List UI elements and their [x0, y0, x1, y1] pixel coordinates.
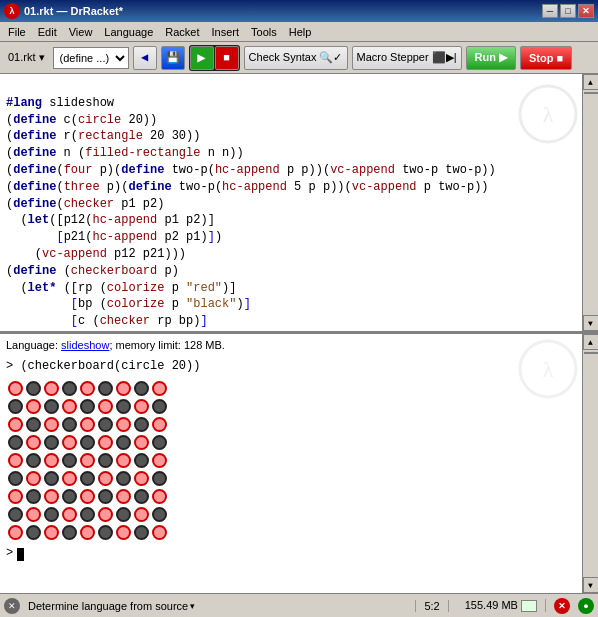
check-syntax-button[interactable]: Check Syntax 🔍✓ — [244, 46, 348, 70]
checkerboard-cell — [6, 415, 24, 433]
file-tab[interactable]: 01.rkt ▾ — [4, 49, 49, 66]
menu-view[interactable]: View — [63, 24, 99, 40]
checkerboard-cell — [42, 415, 60, 433]
checkerboard-cell — [114, 433, 132, 451]
menu-bar: File Edit View Language Racket Insert To… — [0, 22, 598, 42]
minimize-button[interactable]: ─ — [542, 4, 558, 18]
menu-edit[interactable]: Edit — [32, 24, 63, 40]
checkerboard-output — [6, 379, 592, 541]
repl-scroll-thumb[interactable] — [584, 352, 598, 354]
stop-small-button[interactable]: ■ — [215, 46, 239, 70]
checkerboard-cell — [78, 415, 96, 433]
repl-scroll-down[interactable]: ▼ — [583, 577, 599, 593]
checkerboard-cell — [78, 379, 96, 397]
save-button[interactable]: 💾 — [161, 46, 185, 70]
checkerboard-cell — [42, 433, 60, 451]
close-button[interactable]: ✕ — [578, 4, 594, 18]
checkerboard-cell — [24, 505, 42, 523]
checkerboard-cell — [78, 487, 96, 505]
checkerboard-cell — [78, 451, 96, 469]
scroll-up-arrow[interactable]: ▲ — [583, 74, 599, 90]
checkerboard-cell — [96, 379, 114, 397]
run-arrow-button[interactable]: ▶ — [190, 46, 214, 70]
checkerboard-cell — [114, 505, 132, 523]
checkerboard-cell — [24, 487, 42, 505]
lang-name-link[interactable]: slideshow — [61, 339, 109, 351]
checkerboard-cell — [24, 379, 42, 397]
repl-prompt-line[interactable]: > — [6, 545, 592, 562]
menu-language[interactable]: Language — [98, 24, 159, 40]
checkerboard-cell — [78, 505, 96, 523]
repl-watermark: λ — [518, 339, 578, 399]
menu-help[interactable]: Help — [283, 24, 318, 40]
checkerboard-cell — [60, 523, 78, 541]
code-editor[interactable]: λ #lang slideshow (define c(circle 20)) … — [0, 74, 598, 334]
main-area: λ #lang slideshow (define c(circle 20)) … — [0, 74, 598, 593]
checkerboard-cell — [60, 505, 78, 523]
code-content[interactable]: #lang slideshow (define c(circle 20)) (d… — [0, 74, 598, 334]
menu-file[interactable]: File — [2, 24, 32, 40]
repl-scroll-track[interactable] — [583, 350, 599, 577]
checkerboard-cell — [60, 379, 78, 397]
checkerboard-cell — [96, 505, 114, 523]
checkerboard-cell — [6, 451, 24, 469]
checkerboard-cell — [24, 451, 42, 469]
repl-scrollbar[interactable]: ▲ ▼ — [582, 334, 598, 593]
checkerboard-cell — [24, 469, 42, 487]
checkerboard-cell — [60, 487, 78, 505]
checkerboard-cell — [6, 397, 24, 415]
checkerboard-cell — [42, 469, 60, 487]
checkerboard-cell — [6, 523, 24, 541]
checkerboard-cell — [150, 397, 168, 415]
menu-racket[interactable]: Racket — [159, 24, 205, 40]
checkerboard-cell — [6, 487, 24, 505]
checkerboard-cell — [6, 433, 24, 451]
checkerboard-cell — [60, 433, 78, 451]
lang-status: Determine language from source ▾ — [28, 600, 407, 612]
scroll-thumb[interactable] — [584, 92, 598, 94]
scroll-down-arrow[interactable]: ▼ — [583, 315, 599, 331]
lang-dropdown-arrow[interactable]: ▾ — [190, 601, 195, 611]
editor-scrollbar[interactable]: ▲ ▼ — [582, 74, 598, 331]
define-dropdown[interactable]: (define ...) — [53, 47, 129, 69]
checkerboard-cell — [150, 523, 168, 541]
checkerboard-cell — [150, 433, 168, 451]
checkerboard-cell — [42, 505, 60, 523]
run-button[interactable]: Run ▶ — [466, 46, 516, 70]
menu-tools[interactable]: Tools — [245, 24, 283, 40]
close-bottom-icon[interactable]: ✕ — [4, 598, 20, 614]
checkerboard-cell — [96, 523, 114, 541]
svg-text:λ: λ — [543, 102, 554, 127]
window-controls[interactable]: ─ □ ✕ — [542, 4, 594, 18]
error-icon[interactable]: ✕ — [554, 598, 570, 614]
checkerboard-cell — [96, 433, 114, 451]
checkerboard-cell — [60, 469, 78, 487]
repl-area[interactable]: λ Language: slideshow; memory limit: 128… — [0, 334, 598, 593]
status-ok-icon[interactable]: ● — [578, 598, 594, 614]
scroll-track[interactable] — [583, 90, 599, 315]
svg-text:λ: λ — [543, 357, 554, 382]
stop-button[interactable]: Stop ■ — [520, 46, 572, 70]
back-button[interactable]: ◀ — [133, 46, 157, 70]
checkerboard-cell — [24, 397, 42, 415]
checkerboard-cell — [132, 451, 150, 469]
menu-insert[interactable]: Insert — [206, 24, 246, 40]
lang-status-text: Determine language from source — [28, 600, 188, 612]
checkerboard-cell — [6, 505, 24, 523]
maximize-button[interactable]: □ — [560, 4, 576, 18]
checkerboard-cell — [150, 415, 168, 433]
checkerboard-cell — [42, 451, 60, 469]
repl-prompt: > — [6, 545, 13, 562]
checkerboard-cell — [42, 397, 60, 415]
checkerboard-cell — [132, 397, 150, 415]
checkerboard-cell — [24, 433, 42, 451]
checkerboard-cell — [24, 415, 42, 433]
checkerboard-cell — [132, 505, 150, 523]
title-bar-left: λ 01.rkt — DrRacket* — [4, 3, 123, 19]
memory-bar — [521, 600, 537, 612]
repl-scroll-up[interactable]: ▲ — [583, 334, 599, 350]
checkerboard-cell — [78, 523, 96, 541]
repl-content: Language: slideshow; memory limit: 128 M… — [0, 334, 598, 567]
status-bar: ✕ Determine language from source ▾ 5:2 1… — [0, 593, 598, 617]
macro-stepper-button[interactable]: Macro Stepper ⬛▶| — [352, 46, 462, 70]
